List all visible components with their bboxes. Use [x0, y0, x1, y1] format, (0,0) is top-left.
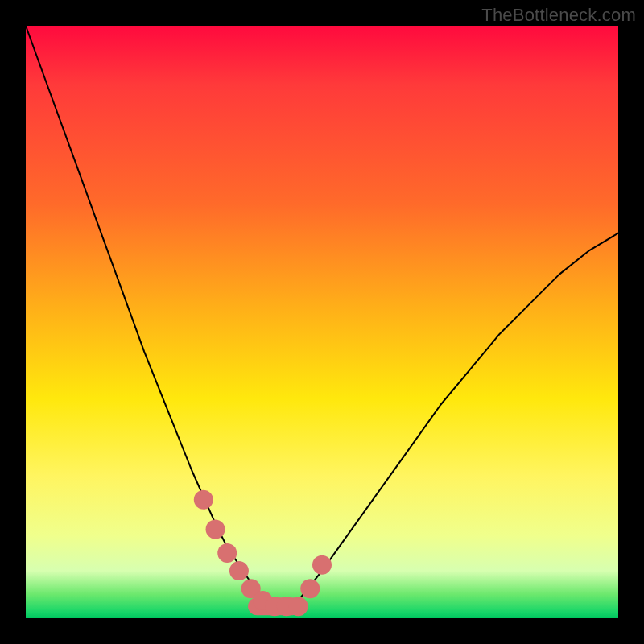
highlight-dot: [229, 561, 249, 580]
highlight-dot: [194, 490, 213, 510]
highlight-dot: [289, 597, 308, 616]
gradient-panel: [26, 26, 618, 618]
chart-stage: TheBottleneck.com: [0, 0, 644, 644]
bottleneck-curve: [26, 26, 618, 606]
highlight-dot: [217, 543, 237, 563]
highlight-dot: [312, 555, 332, 575]
highlight-dot: [300, 579, 320, 598]
highlight-dot: [206, 520, 225, 539]
highlight-dots: [194, 490, 332, 616]
watermark-text: TheBottleneck.com: [481, 5, 636, 26]
plot-svg: [26, 26, 618, 618]
